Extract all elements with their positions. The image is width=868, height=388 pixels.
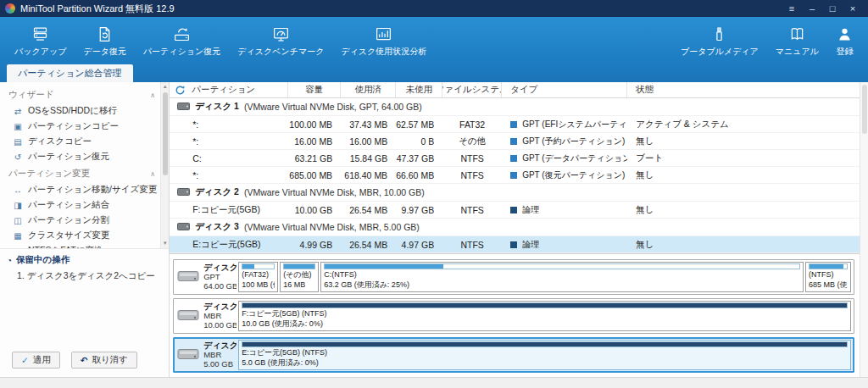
sidebar-item-partition-recovery[interactable]: ↺ パーティション復元 <box>7 149 159 164</box>
diskmap-partition-e[interactable]: E:コピー元(5GB) (NTFS) 5.0 GB (使用済み: 0%) <box>238 340 851 370</box>
apply-button[interactable]: ✓ 適用 <box>12 352 60 369</box>
type-color-square <box>510 172 517 179</box>
sidebar-item-split-partition[interactable]: ◫ パーティション分割 <box>7 213 159 228</box>
disk-icon <box>177 187 190 197</box>
disk-usage-analysis-icon <box>375 25 392 43</box>
register-button[interactable]: 登録 <box>828 19 861 59</box>
diskmap-disk3-info: ディスク 3 MBR 5.00 GB <box>174 338 236 372</box>
sidebar-scroll-area: ウィザード ∧ ⇄ OSをSSD/HDDに移行 ▣ パーティションコピー ▤ デ… <box>0 82 169 248</box>
diskmap-partition-c[interactable]: C:(NTFS) 63.2 GB (使用済み: 25%) <box>320 262 804 292</box>
split-partition-icon: ◫ <box>13 216 23 225</box>
sidebar-scrollbar[interactable]: ▲ ▼ <box>160 82 169 248</box>
status-bar <box>0 377 868 388</box>
minitool-logo-icon <box>5 3 15 14</box>
section-header-partition-change[interactable]: パーティション変更 ∧ <box>7 164 159 182</box>
diskmap-disk-3[interactable]: ディスク 3 MBR 5.00 GB E:コピー元(5GB) (NTFS) 5.… <box>173 337 854 373</box>
disk-drive-icon <box>177 269 199 285</box>
move-resize-icon: ↔ <box>13 186 23 195</box>
data-recovery-button[interactable]: データ復元 <box>75 19 133 59</box>
bootable-media-button[interactable]: ブータブルメディア <box>673 19 766 59</box>
sidebar-item-move-resize[interactable]: ↔ パーティション移動/サイズ変更 <box>7 182 159 197</box>
col-capacity: 容量 <box>288 82 341 97</box>
check-icon: ✓ <box>21 355 29 365</box>
usage-strip <box>283 263 315 269</box>
partition-row[interactable]: *: 16.00 MB 16.00 MB 0 B その他 GPT (予約パーティ… <box>170 133 860 150</box>
copy-disk-icon: ▤ <box>13 137 23 147</box>
partition-row[interactable]: *: 685.00 MB 618.40 MB 66.60 MB NTFS GPT… <box>170 167 860 184</box>
manual-button[interactable]: マニュアル <box>768 19 826 59</box>
backup-button[interactable]: バックアップ <box>7 19 74 59</box>
diskmap-disk1-info: ディスク 1 GPT 64.00 GB <box>174 260 236 294</box>
partition-table-header: パーティション 容量 使用済 未使用 ファイルシステム タイプ 状態 <box>170 82 860 98</box>
migrate-os-icon: ⇄ <box>13 107 23 116</box>
content: ウィザード ∧ ⇄ OSをSSD/HDDに移行 ▣ パーティションコピー ▤ デ… <box>0 82 868 377</box>
manual-icon <box>788 25 806 43</box>
diskmap-disk-2[interactable]: ディスク 2 MBR 10.00 GB F:コピー元(5GB) (NTFS) 1… <box>173 298 854 334</box>
diskmap-partition-f[interactable]: F:コピー元(5GB) (NTFS) 10.0 GB (使用済み: 0%) <box>238 301 851 331</box>
diskmap-partition-recovery[interactable]: (NTFS) 685 MB (使.. <box>805 262 851 292</box>
partition-row[interactable]: C: 63.21 GB 15.84 GB 47.37 GB NTFS GPT (… <box>170 150 860 167</box>
type-color-square <box>510 138 517 145</box>
partition-recovery-small-icon: ↺ <box>13 152 23 162</box>
disk1-group-header[interactable]: ディスク 1 (VMware Virtual NVMe Disk, GPT, 6… <box>170 98 860 116</box>
bootable-media-icon <box>710 25 728 43</box>
disk-icon <box>177 222 190 232</box>
refresh-icon[interactable] <box>175 85 186 96</box>
pending-operations-icon: ◔ <box>7 256 12 265</box>
partition-row[interactable]: F:コピー元(5GB) 10.00 GB 26.54 MB 9.97 GB NT… <box>170 202 860 219</box>
scrollbar-thumb[interactable] <box>862 85 867 134</box>
tab-partition-management[interactable]: パーティション総合管理 <box>7 64 133 82</box>
toolbar: バックアップ データ復元 <box>0 17 868 63</box>
close-icon[interactable]: × <box>843 1 863 16</box>
diskmap-disk-1[interactable]: ディスク 1 GPT 64.00 GB (FAT32) 100 MB (使.. <box>173 259 854 295</box>
undo-button[interactable]: ↶ 取り消す <box>71 352 137 369</box>
titlebar: MiniTool Partition Wizard 無料版 12.9 ≡ – □… <box>0 0 868 17</box>
window-controls: ≡ – □ × <box>782 1 863 16</box>
disk-usage-analysis-button[interactable]: ディスク使用状況分析 <box>333 19 434 59</box>
diskmap-partition-efi[interactable]: (FAT32) 100 MB (使.. <box>238 262 278 292</box>
main-scrollbar[interactable] <box>860 82 868 377</box>
backup-icon <box>31 25 49 43</box>
pending-operation-item[interactable]: 1. ディスク3をディスク2へコピー <box>7 268 164 284</box>
copy-partition-icon: ▣ <box>13 122 23 131</box>
scroll-down-icon[interactable]: ▼ <box>163 239 168 248</box>
disk-benchmark-icon <box>272 25 290 43</box>
col-filesystem: ファイルシステム <box>442 82 502 97</box>
disk-map: ディスク 1 GPT 64.00 GB (FAT32) 100 MB (使.. <box>170 253 860 377</box>
partition-recovery-button[interactable]: パーティション復元 <box>136 19 228 59</box>
type-color-square <box>510 241 517 248</box>
pending-operations-panel: ◔ 保留中の操作 1. ディスク3をディスク2へコピー <box>0 248 169 285</box>
sidebar-item-merge-partition[interactable]: ◨ パーティション結合 <box>7 197 159 213</box>
diskmap-partition-reserved[interactable]: (その他) 16 MB <box>280 262 319 292</box>
usage-strip <box>324 263 800 269</box>
menu-icon[interactable]: ≡ <box>782 1 802 16</box>
minimize-icon[interactable]: – <box>802 1 822 16</box>
sidebar-item-cluster-size[interactable]: ▦ クラスタサイズ変更 <box>7 228 159 243</box>
usage-strip <box>809 263 848 269</box>
section-header-wizard[interactable]: ウィザード ∧ <box>7 86 159 103</box>
app-window: MiniTool Partition Wizard 無料版 12.9 ≡ – □… <box>0 0 868 388</box>
undo-arrow-icon: ↶ <box>81 355 88 365</box>
data-recovery-icon <box>96 25 114 43</box>
diskmap-disk2-info: ディスク 2 MBR 10.00 GB <box>174 299 236 333</box>
type-color-square <box>510 155 517 162</box>
sidebar-item-migrate-os[interactable]: ⇄ OSをSSD/HDDに移行 <box>7 103 159 119</box>
maximize-icon[interactable]: □ <box>822 1 843 16</box>
col-partition: パーティション <box>192 84 255 96</box>
partition-recovery-icon <box>173 25 191 43</box>
sidebar-buttons: ✓ 適用 ↶ 取り消す <box>0 345 169 377</box>
partition-table: パーティション 容量 使用済 未使用 ファイルシステム タイプ 状態 ディスク … <box>170 82 860 253</box>
register-icon <box>836 25 854 43</box>
disk-benchmark-button[interactable]: ディスクベンチマーク <box>230 19 331 59</box>
disk-drive-icon <box>177 347 199 363</box>
partition-row[interactable]: *: 100.00 MB 37.43 MB 62.57 MB FAT32 GPT… <box>170 116 860 133</box>
type-color-square <box>510 207 517 213</box>
sidebar-item-copy-disk[interactable]: ▤ ディスクコピー <box>7 134 159 149</box>
merge-partition-icon: ◨ <box>13 201 23 210</box>
disk3-group-header[interactable]: ディスク 3 (VMware Virtual NVMe Disk, MBR, 5… <box>170 219 860 236</box>
disk2-group-header[interactable]: ディスク 2 (VMware Virtual NVMe Disk, MBR, 1… <box>170 184 860 202</box>
scroll-up-icon[interactable]: ▲ <box>163 82 168 91</box>
partition-row-selected[interactable]: E:コピー元(5GB) 4.99 GB 26.54 MB 4.97 GB NTF… <box>170 236 860 253</box>
sidebar-item-copy-partition[interactable]: ▣ パーティションコピー <box>7 119 159 134</box>
scrollbar-thumb[interactable] <box>163 92 168 175</box>
